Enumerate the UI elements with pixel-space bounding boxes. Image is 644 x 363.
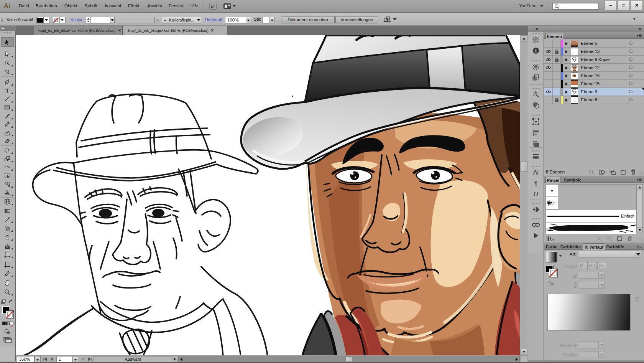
svg-text:O: O <box>534 190 538 198</box>
svg-text:¶: ¶ <box>534 180 537 186</box>
svg-text:A: A <box>533 169 537 176</box>
svg-text:T: T <box>5 87 9 94</box>
svg-text:i: i <box>535 48 537 54</box>
